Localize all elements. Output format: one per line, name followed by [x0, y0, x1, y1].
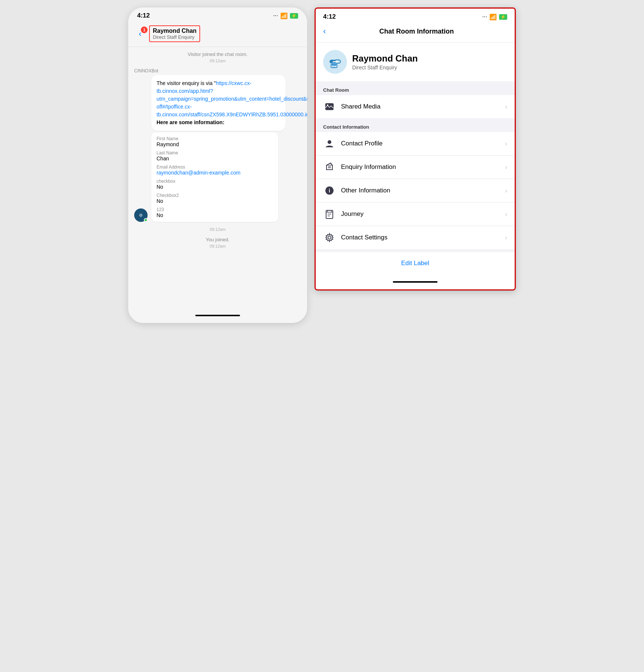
- bot-avatar: ⚙: [134, 208, 148, 222]
- svg-point-8: [327, 104, 328, 106]
- chat-header: ‹ 1 Raymond Chan Direct Staff Enquiry: [128, 22, 307, 47]
- journey-item[interactable]: Journey ›: [316, 202, 515, 226]
- enquiry-info-label: Enquiry Information: [341, 163, 505, 171]
- journey-chevron: ›: [505, 210, 507, 218]
- timestamp-1: 09:12am: [134, 59, 301, 63]
- you-joined-message: You joined.: [134, 237, 301, 242]
- right-phone-screen: 4:12 ··· 📶 ⚡ ‹ Chat Room Information: [315, 7, 516, 291]
- chat-room-section-group: Chat Room Shared Media ›: [316, 84, 515, 121]
- contact-settings-label: Contact Settings: [341, 234, 505, 241]
- left-status-icons: ··· 📶 ⚡: [273, 12, 298, 19]
- bot-message-bubble: The visitor enquiry is via "https://cxwc…: [151, 75, 285, 131]
- field-label-3: checkbox: [157, 179, 273, 184]
- field-label-0: First Name: [157, 136, 273, 141]
- edit-label-button[interactable]: Edit Label: [316, 252, 515, 274]
- field-label-1: Last Name: [157, 150, 273, 156]
- bot-label: CINNOXBot: [134, 68, 301, 73]
- bot-row: ⚙ The visitor enquiry is via "https://cx…: [134, 75, 301, 222]
- right-status-time: 4:12: [323, 13, 336, 21]
- shared-media-label: Shared Media: [341, 103, 505, 110]
- other-info-icon: i: [323, 184, 336, 197]
- shared-media-item[interactable]: Shared Media ›: [316, 95, 515, 118]
- unread-badge: 1: [141, 26, 148, 33]
- chat-body: Visitor joined the chat room. 09:12am CI…: [128, 47, 307, 308]
- svg-point-9: [328, 140, 331, 144]
- contact-profile-chevron: ›: [505, 140, 507, 148]
- right-home-indicator: [316, 274, 515, 289]
- contact-profile-item[interactable]: Contact Profile ›: [316, 132, 515, 156]
- timestamp-3: 09:12am: [134, 244, 301, 248]
- chat-header-info: Raymond Chan Direct Staff Enquiry: [149, 25, 200, 42]
- journey-icon: [323, 208, 336, 220]
- profile-section: Raymond Chan Direct Staff Enquiry: [316, 43, 515, 84]
- timestamp-2: 09:12am: [134, 227, 301, 232]
- contact-settings-item[interactable]: Contact Settings ›: [316, 226, 515, 249]
- bot-message-intro: The visitor enquiry is via ": [157, 80, 216, 86]
- left-status-time: 4:12: [137, 12, 150, 19]
- profile-info: Raymond Chan Direct Staff Enquiry: [352, 53, 418, 70]
- shared-media-icon: [323, 100, 336, 113]
- contact-info-section-label: Contact Information: [316, 121, 515, 132]
- chat-contact-sub: Direct Staff Enquiry: [153, 34, 196, 40]
- avatar: [323, 50, 347, 74]
- profile-name: Raymond Chan: [352, 53, 418, 64]
- enquiry-info-icon: [323, 161, 336, 173]
- field-label-4: Checkbox2: [157, 193, 273, 198]
- dots-icon: ···: [273, 12, 278, 19]
- field-value-5: No: [157, 212, 273, 218]
- wifi-icon: 📶: [280, 12, 288, 19]
- svg-point-20: [328, 236, 331, 239]
- contact-profile-label: Contact Profile: [341, 140, 505, 147]
- home-bar: [195, 315, 240, 316]
- info-grid: First Name Raymond Last Name Chan Email …: [151, 132, 278, 222]
- home-indicator: [128, 308, 307, 323]
- chat-room-section-label: Chat Room: [316, 84, 515, 95]
- field-label-2: Email Address: [157, 164, 273, 170]
- svg-text:i: i: [329, 188, 330, 194]
- chat-contact-name: Raymond Chan: [153, 28, 196, 34]
- other-info-item[interactable]: i Other Information ›: [316, 179, 515, 202]
- page-title: Chat Room Information: [326, 28, 507, 35]
- svg-text:⚙: ⚙: [139, 213, 143, 217]
- right-nav-bar: ‹ Chat Room Information: [316, 23, 515, 43]
- right-status-bar: 4:12 ··· 📶 ⚡: [316, 9, 515, 23]
- enquiry-info-chevron: ›: [505, 163, 507, 171]
- field-value-4: No: [157, 198, 273, 204]
- back-button[interactable]: ‹ 1: [134, 28, 146, 40]
- system-message: Visitor joined the chat room.: [134, 51, 301, 57]
- right-wifi-icon: 📶: [489, 13, 497, 21]
- right-battery-icon: ⚡: [499, 14, 507, 20]
- left-status-bar: 4:12 ··· 📶 ⚡: [128, 7, 307, 22]
- shared-media-chevron: ›: [505, 103, 507, 111]
- contact-settings-chevron: ›: [505, 234, 507, 242]
- other-info-label: Other Information: [341, 187, 505, 194]
- other-info-chevron: ›: [505, 187, 507, 195]
- journey-label: Journey: [341, 210, 505, 218]
- enquiry-info-item[interactable]: Enquiry Information ›: [316, 156, 515, 179]
- online-indicator: [144, 218, 148, 222]
- field-value-2: raymondchan@admin-example.com: [157, 170, 273, 176]
- left-phone-screen: 4:12 ··· 📶 ⚡ ‹ 1 Raymond Chan Direct Sta…: [128, 7, 307, 323]
- contact-settings-icon: [323, 231, 336, 244]
- contact-profile-icon: [323, 137, 336, 150]
- profile-subtitle: Direct Staff Enquiry: [352, 65, 418, 70]
- right-home-bar: [393, 281, 438, 283]
- field-label-5: 123: [157, 207, 273, 212]
- field-value-0: Raymond: [157, 141, 273, 147]
- right-status-icons: ··· 📶 ⚡: [482, 13, 507, 21]
- right-dots-icon: ···: [482, 13, 487, 20]
- right-back-button[interactable]: ‹: [323, 26, 326, 36]
- contact-info-section-group: Contact Information Contact Profile ›: [316, 121, 515, 252]
- field-value-1: Chan: [157, 156, 273, 161]
- battery-icon: ⚡: [290, 13, 298, 19]
- svg-rect-14: [326, 210, 333, 219]
- field-value-3: No: [157, 184, 273, 190]
